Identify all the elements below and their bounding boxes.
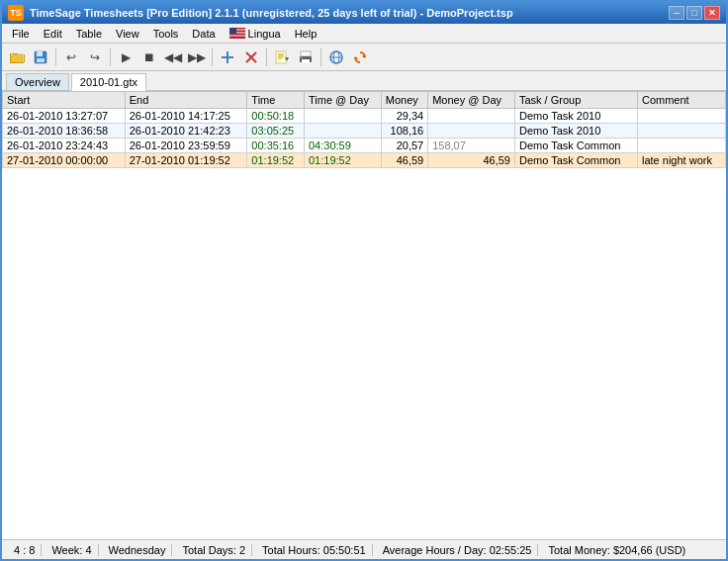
menu-edit[interactable]: Edit [38,26,68,42]
table-cell: Demo Task Common [514,139,637,153]
table-row[interactable]: 26-01-2010 23:24:4326-01-2010 23:59:5900… [3,139,726,153]
table-row[interactable]: 26-01-2010 18:36:5826-01-2010 21:42:2303… [3,124,726,139]
print-icon [298,49,314,65]
web-icon [328,49,344,65]
menu-view[interactable]: View [110,26,145,42]
table-cell: 46,59 [381,153,427,168]
table-cell [637,109,725,124]
toolbar-open[interactable] [6,47,28,68]
table-cell: Demo Task 2010 [514,124,637,139]
sep5 [320,48,321,66]
sep2 [110,48,111,66]
table-cell [305,124,382,139]
update-icon [352,49,368,65]
svg-rect-16 [222,56,233,58]
sep1 [55,48,56,66]
status-total-days: Total Days: 2 [176,544,252,556]
status-total-money: Total Money: $204,66 (USD) [542,544,691,556]
col-comment[interactable]: Comment [637,92,725,109]
table-cell: 108,16 [381,124,427,139]
tab-overview[interactable]: Overview [6,73,69,90]
col-money-at-day[interactable]: Money @ Day [428,92,515,109]
table-cell: 01:19:52 [305,153,382,168]
table-cell: Demo Task 2010 [514,109,637,124]
svg-rect-19 [276,51,286,63]
table-cell [305,109,382,124]
menu-bar: File Edit Table View Tools Data Lingua H… [2,24,726,44]
table-cell: 20,57 [381,139,427,153]
table-cell: 29,34 [381,109,427,124]
toolbar-delete[interactable] [240,47,262,68]
toolbar-save[interactable] [30,47,51,68]
svg-rect-6 [229,37,245,38]
col-end[interactable]: End [125,92,247,109]
tab-2010-01[interactable]: 2010-01.gtx [71,73,146,91]
svg-rect-26 [301,57,303,58]
svg-rect-13 [37,51,43,56]
table-cell [428,109,515,124]
status-week: Week: 4 [46,544,98,556]
title-text: TimeSage Timesheets [Pro Edition] 2.1.1 … [30,7,513,19]
table-cell: 26-01-2010 13:27:07 [3,109,126,124]
export-icon [274,49,290,65]
app-icon: TS [8,5,24,21]
table-cell: 03:05:25 [247,124,305,139]
data-table: Start End Time Time @ Day Money Money @ … [2,91,726,168]
toolbar-next[interactable]: ▶▶ [186,47,208,68]
table-cell: 46,59 [428,153,515,168]
table-cell: 04:30:59 [305,139,382,153]
svg-rect-4 [229,34,245,35]
table-cell: 26-01-2010 14:17:25 [125,109,247,124]
col-time[interactable]: Time [247,92,305,109]
table-cell: 26-01-2010 18:36:58 [3,124,126,139]
status-avg-hours: Average Hours / Day: 02:55:25 [377,544,539,556]
menu-lingua[interactable]: Lingua [224,26,287,42]
toolbar-add[interactable] [217,47,238,68]
close-button[interactable]: ✕ [704,6,720,20]
sep4 [266,48,267,66]
save-icon [33,49,48,65]
tab-bar: Overview 2010-01.gtx [2,71,726,91]
menu-tools[interactable]: Tools [147,26,185,42]
table-row[interactable]: 27-01-2010 00:00:0027-01-2010 01:19:5201… [3,153,726,168]
add-icon [220,49,235,65]
toolbar-update[interactable] [349,47,371,68]
table-cell: 00:50:18 [247,109,305,124]
toolbar-undo[interactable]: ↩ [60,47,82,68]
status-row-info: 4 : 8 [8,544,42,556]
table-cell: 01:19:52 [247,153,305,168]
maximize-button[interactable]: □ [686,6,702,20]
svg-rect-14 [37,58,45,62]
toolbar-prev[interactable]: ◀◀ [162,47,184,68]
toolbar-export[interactable] [271,47,293,68]
toolbar: ↩ ↪ ▶ ⏹ ◀◀ ▶▶ [2,44,726,71]
menu-help[interactable]: Help [289,26,323,42]
col-time-at-day[interactable]: Time @ Day [305,92,382,109]
toolbar-start[interactable]: ▶ [115,47,136,68]
table-cell [428,124,515,139]
table-cell [637,124,725,139]
toolbar-print[interactable] [295,47,317,68]
table-cell: late night work [637,153,725,168]
table-row[interactable]: 26-01-2010 13:27:0726-01-2010 14:17:2500… [3,109,726,124]
col-start[interactable]: Start [3,92,126,109]
menu-file[interactable]: File [6,26,36,42]
table-cell: Demo Task Common [514,153,637,168]
menu-table[interactable]: Table [70,26,108,42]
table-cell: 26-01-2010 21:42:23 [125,124,247,139]
svg-rect-24 [301,51,311,56]
col-money[interactable]: Money [381,92,427,109]
table-cell: 158,07 [428,139,515,153]
table-cell: 26-01-2010 23:24:43 [3,139,126,153]
delete-icon [243,49,259,65]
minimize-button[interactable]: ─ [669,6,684,20]
toolbar-redo[interactable]: ↪ [84,47,106,68]
toolbar-web[interactable] [325,47,347,68]
col-task[interactable]: Task / Group [514,92,637,109]
menu-data[interactable]: Data [186,26,221,42]
status-day: Wednesday [103,544,173,556]
table-cell: 27-01-2010 00:00:00 [3,153,126,168]
open-icon [9,49,25,65]
toolbar-stop[interactable]: ⏹ [138,47,160,68]
svg-rect-11 [24,54,25,62]
